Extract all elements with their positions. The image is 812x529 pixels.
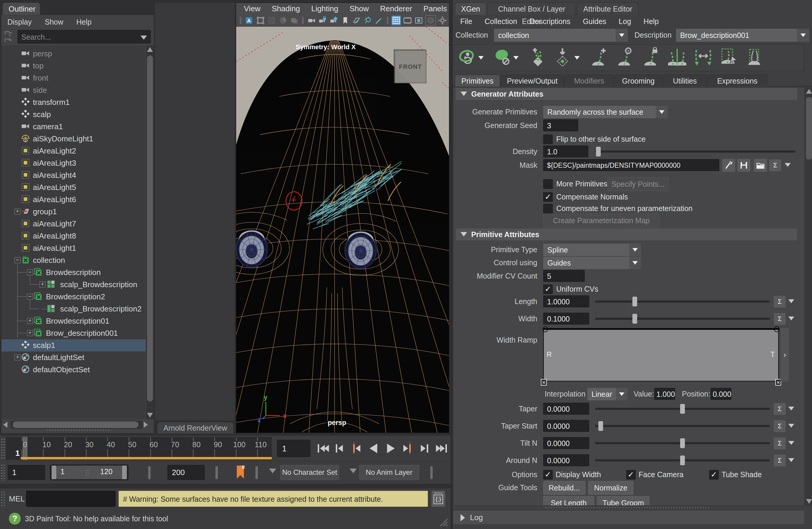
scroll-down-icon[interactable] <box>806 499 812 504</box>
tree-expander-icon[interactable]: − <box>15 257 20 263</box>
xgen-menu-descriptions[interactable]: Descriptions <box>530 17 570 26</box>
iso-select-icon[interactable] <box>414 16 423 25</box>
tab-attribute-editor[interactable]: Attribute Editor <box>577 2 639 15</box>
perspective-viewport[interactable]: ViewShadingLightingShowRendererPanels A … <box>236 2 450 433</box>
mask-path-field[interactable]: ${DESC}/paintmaps/DENSITYMAP0000000 <box>543 159 719 171</box>
xgen-vertical-scrollbar[interactable] <box>805 87 812 505</box>
viewport-scene[interactable]: FRONTSymmetry: World Xperspxyz <box>236 27 449 433</box>
filmstrip-icon[interactable] <box>403 16 412 25</box>
slider-handle[interactable] <box>633 297 637 306</box>
slider-track[interactable] <box>595 442 770 444</box>
dropdown-arrow-icon[interactable] <box>574 56 580 60</box>
scrollbar-thumb[interactable] <box>806 97 812 159</box>
expand-view-icon[interactable] <box>438 16 447 25</box>
add-guide-icon[interactable] <box>590 47 608 68</box>
panel-splitter-handle[interactable] <box>46 429 111 431</box>
select-patches-icon[interactable] <box>746 47 765 68</box>
subtab-utilities[interactable]: Utilities <box>663 75 707 87</box>
outliner-item-defaultLightSet[interactable]: +defaultLightSet <box>1 352 145 363</box>
specify-points-button[interactable]: Specify Points... <box>608 177 669 191</box>
log-section-header[interactable]: Log <box>453 510 804 525</box>
checkbox[interactable] <box>543 179 553 189</box>
lock-guides-icon[interactable] <box>642 47 660 68</box>
expression-button[interactable]: Σ <box>774 313 786 325</box>
scroll-left-icon[interactable] <box>3 422 8 428</box>
outliner-item-scalp1[interactable]: scalp1 <box>1 339 145 352</box>
search-dropdown-icon[interactable] <box>141 35 147 40</box>
create-description-icon[interactable] <box>529 47 547 68</box>
option-checkbox[interactable]: ✓ <box>543 470 553 480</box>
outliner-item-transform1[interactable]: transform1 <box>1 96 145 109</box>
outliner-item-aiSkyDomeLight1[interactable]: aiSkyDomeLight1 <box>1 133 145 145</box>
anim-layer-menu-icon[interactable] <box>350 469 357 473</box>
play-back-button[interactable] <box>365 439 382 458</box>
outliner-item-aiAreaLight8[interactable]: aiAreaLight8 <box>1 230 145 242</box>
tool-button-normalize[interactable]: Normalize <box>588 481 633 495</box>
command-line-grip[interactable] <box>1 491 5 507</box>
section-header-generator-attributes[interactable]: Generator Attributes <box>456 88 797 100</box>
scroll-up-icon[interactable] <box>806 89 812 94</box>
subtab-modifiers[interactable]: Modifiers <box>565 75 614 87</box>
camera-lock-icon[interactable] <box>318 16 328 25</box>
guide-display-icon[interactable] <box>616 47 634 68</box>
outliner-item-top[interactable]: top <box>1 60 145 72</box>
zoom-select-icon[interactable] <box>363 16 373 25</box>
slider-track[interactable] <box>595 301 770 303</box>
subtab-preview-output[interactable]: Preview/Output <box>501 75 564 87</box>
tree-expander-icon[interactable]: + <box>15 355 20 360</box>
expression-menu-icon[interactable] <box>788 299 794 303</box>
xgen-menu-collection[interactable]: Collection <box>484 17 517 26</box>
outliner-horizontal-scrollbar[interactable] <box>3 420 151 429</box>
value-field[interactable]: 1.000 <box>654 388 675 400</box>
viewport-menu-shading[interactable]: Shading <box>272 4 300 13</box>
tree-expander-icon[interactable]: + <box>15 209 20 215</box>
dropdown-arrow-icon[interactable] <box>656 106 668 118</box>
xgen-menu-file[interactable]: File <box>460 17 472 26</box>
expression-menu-icon[interactable] <box>788 458 794 462</box>
slider-track[interactable] <box>595 151 795 153</box>
viewport-menu-panels[interactable]: Panels <box>423 4 447 13</box>
ramp-expand-button[interactable]: › <box>781 328 789 382</box>
description-dropdown[interactable]: Brow_description001 <box>676 29 809 42</box>
frame-box-icon[interactable] <box>256 16 265 25</box>
checkbox[interactable]: ✓ <box>543 192 553 202</box>
number-field[interactable]: 0.0000 <box>543 420 589 432</box>
outliner-item-scalp[interactable]: scalp <box>1 109 145 120</box>
dashed-box-icon[interactable] <box>267 16 276 25</box>
tab-channel-box-layer-editor[interactable]: Channel Box / Layer Editor <box>488 2 576 15</box>
playback-range-slider[interactable]: 1 120 <box>50 464 129 481</box>
mel-command-input[interactable] <box>26 491 116 507</box>
attribute-dropdown[interactable]: Spline <box>543 244 641 256</box>
panel-splitter-handle[interactable] <box>545 507 710 509</box>
viewport-menu-view[interactable]: View <box>244 4 261 13</box>
export-patches-icon[interactable] <box>555 47 573 68</box>
number-field[interactable]: 0.0000 <box>543 403 589 415</box>
expression-menu-icon[interactable] <box>785 163 791 167</box>
number-field[interactable]: 0.0000 <box>543 454 589 466</box>
outliner-item-persp[interactable]: persp <box>1 48 145 60</box>
slider-handle[interactable] <box>680 404 685 414</box>
tab-xgen[interactable]: XGen <box>455 2 486 15</box>
xgen-menu-help[interactable]: Help <box>644 17 659 26</box>
attribute-dropdown[interactable]: Randomly across the surface <box>543 106 668 118</box>
anim-layer-dropdown[interactable]: No Anim Layer <box>359 465 419 480</box>
splitter-grip[interactable] <box>430 466 433 479</box>
search-input[interactable]: Search... <box>17 30 151 44</box>
outliner-item-scalp_Browdescription[interactable]: +scalp_Browdescription <box>1 278 145 291</box>
attribute-dropdown[interactable]: Guides <box>543 257 641 269</box>
scroll-right-icon[interactable] <box>144 422 148 428</box>
expression-menu-icon[interactable] <box>788 424 794 428</box>
go-start-button[interactable] <box>315 439 331 458</box>
position-field[interactable]: 0.000 <box>711 388 731 400</box>
outliner-menu-display[interactable]: Display <box>8 18 32 26</box>
outliner-vertical-scrollbar[interactable] <box>146 45 154 419</box>
expression-button[interactable]: Σ <box>769 159 781 171</box>
scrollbar-thumb[interactable] <box>147 55 153 402</box>
range-start-handle[interactable] <box>52 466 56 479</box>
warning-message[interactable]: # Warning: Some surfaces have no file te… <box>118 491 428 507</box>
outliner-item-front[interactable]: front <box>1 72 145 84</box>
expression-menu-icon[interactable] <box>788 406 794 411</box>
slider-track[interactable] <box>595 318 770 320</box>
number-field[interactable]: 3 <box>543 119 578 131</box>
width-ramp-editor[interactable]: RT <box>543 328 779 382</box>
